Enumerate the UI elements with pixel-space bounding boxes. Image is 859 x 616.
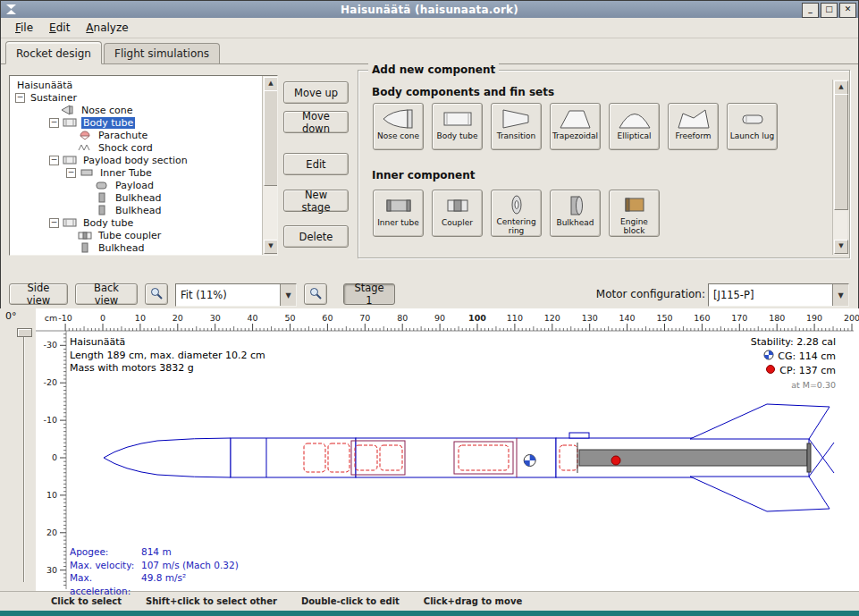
tree-item-tube-coupler[interactable]: Tube coupler bbox=[10, 229, 263, 241]
add-launch-lug-button[interactable]: Launch lug bbox=[727, 103, 778, 150]
add-engine-block-button[interactable]: Engine block bbox=[609, 190, 660, 237]
add-nose-cone-button[interactable]: Nose cone bbox=[373, 103, 424, 150]
magnifier-icon bbox=[308, 286, 323, 303]
chevron-down-icon[interactable]: ▼ bbox=[280, 284, 296, 306]
tree-item-sustainer[interactable]: −Sustainer bbox=[10, 91, 263, 104]
scroll-down-icon[interactable]: ▼ bbox=[264, 240, 278, 254]
add-inner-tube-button[interactable]: Inner tube bbox=[373, 190, 424, 237]
tree-item-bulkhead[interactable]: Bulkhead bbox=[10, 191, 263, 204]
tree-scrollbar-thumb[interactable] bbox=[264, 90, 278, 186]
rotation-slider-track[interactable] bbox=[23, 330, 25, 582]
new-stage-button[interactable]: New stage bbox=[283, 190, 349, 212]
svg-text:10: 10 bbox=[135, 313, 146, 323]
title-bar[interactable]: Haisunäätä (haisunaata.ork) _ □ ✕ bbox=[1, 1, 858, 18]
add-trapezoidal-button[interactable]: Trapezoidal bbox=[550, 103, 601, 150]
svg-text:30: 30 bbox=[46, 565, 57, 575]
tree-expander-icon[interactable]: − bbox=[15, 93, 25, 103]
window-resize-edge[interactable] bbox=[0, 611, 859, 616]
transition-icon bbox=[499, 106, 535, 131]
svg-text:30: 30 bbox=[210, 313, 221, 323]
tree-item-nose-cone[interactable]: Nose cone bbox=[10, 104, 263, 116]
add-coupler-button[interactable]: Coupler bbox=[432, 190, 483, 237]
svg-text:160: 160 bbox=[694, 313, 710, 323]
side-view-button[interactable]: Side view bbox=[9, 283, 68, 305]
svg-text:140: 140 bbox=[619, 313, 636, 323]
palette-row-0: Nose coneBody tubeTransitionTrapezoidalE… bbox=[373, 103, 778, 150]
move-down-button[interactable]: Move down bbox=[283, 111, 349, 133]
svg-text:190: 190 bbox=[806, 313, 822, 323]
tree-expander-icon[interactable]: − bbox=[49, 156, 59, 165]
move-up-button[interactable]: Move up bbox=[283, 81, 349, 104]
rocket-name: Haisunäätä bbox=[70, 336, 265, 350]
tab-flight-simulations[interactable]: Flight simulations bbox=[104, 43, 220, 63]
motor-configuration-combo[interactable]: [J115-P] ▼ bbox=[708, 283, 849, 307]
add-body-tube-button[interactable]: Body tube bbox=[432, 103, 483, 150]
bulkhead-icon bbox=[558, 193, 594, 217]
tree-item-label: Bulkhead bbox=[114, 205, 163, 216]
chevron-down-icon[interactable]: ▼ bbox=[832, 284, 848, 306]
nosecone-icon bbox=[61, 105, 77, 115]
coupler-icon bbox=[78, 230, 94, 240]
bulkhead-icon bbox=[95, 192, 111, 203]
palette-scrollbar[interactable]: ▲ ▼ bbox=[832, 80, 847, 255]
tree-item-label: Bulkhead bbox=[97, 242, 146, 254]
scroll-up-icon[interactable]: ▲ bbox=[834, 80, 848, 95]
tree-item-inner-tube[interactable]: −Inner Tube bbox=[10, 166, 263, 179]
flight-stat-value: 814 m bbox=[141, 545, 239, 559]
tree-item-body-tube[interactable]: −Body tube bbox=[10, 116, 263, 129]
tree-item-haisun-t-[interactable]: Haisunäätä bbox=[10, 79, 263, 91]
add-freeform-button[interactable]: Freeform bbox=[668, 103, 719, 150]
zoom-in-button[interactable] bbox=[145, 283, 168, 305]
bodytube-icon bbox=[440, 106, 476, 131]
zoom-level-value: Fit (11%) bbox=[176, 289, 280, 301]
tree-scrollbar[interactable]: ▲ ▼ bbox=[262, 76, 277, 255]
svg-text:-10: -10 bbox=[58, 313, 72, 323]
stage-1-toggle[interactable]: Stage 1 bbox=[343, 283, 395, 305]
zoom-level-combo[interactable]: Fit (11%) ▼ bbox=[175, 283, 297, 307]
centering-icon bbox=[499, 193, 535, 216]
launchlug-icon bbox=[735, 106, 771, 131]
tree-expander-icon[interactable]: − bbox=[49, 118, 59, 128]
add-bulkhead-button[interactable]: Bulkhead bbox=[550, 190, 601, 237]
palette-scrollbar-thumb[interactable] bbox=[834, 94, 848, 210]
tree-item-shock-cord[interactable]: Shock cord bbox=[10, 141, 263, 154]
inner-component-label: Inner component bbox=[372, 169, 475, 181]
tree-item-payload[interactable]: Payload bbox=[10, 179, 263, 191]
zoom-fit-button[interactable] bbox=[304, 283, 327, 305]
menu-file[interactable]: File bbox=[8, 20, 40, 36]
delete-button[interactable]: Delete bbox=[283, 225, 349, 248]
svg-text:70: 70 bbox=[359, 313, 370, 323]
tree-expander-icon[interactable]: − bbox=[49, 218, 59, 228]
coupler-icon bbox=[440, 193, 476, 217]
svg-text:-10: -10 bbox=[43, 415, 57, 425]
tree-item-parachute[interactable]: Parachute bbox=[10, 129, 263, 141]
edit-button[interactable]: Edit bbox=[283, 153, 349, 175]
maximize-button[interactable]: □ bbox=[821, 3, 838, 18]
add-centering-ring-button[interactable]: Centering ring bbox=[491, 190, 542, 237]
tree-item-body-tube[interactable]: −Body tube bbox=[10, 216, 263, 229]
add-transition-button[interactable]: Transition bbox=[491, 103, 542, 150]
tree-item-bulkhead[interactable]: Bulkhead bbox=[10, 204, 263, 216]
menu-edit[interactable]: Edit bbox=[42, 20, 77, 36]
body-components-label: Body components and fin sets bbox=[372, 86, 554, 98]
close-button[interactable]: ✕ bbox=[839, 3, 856, 18]
innertube-icon bbox=[381, 193, 417, 217]
nosecone-icon bbox=[381, 106, 417, 131]
menu-bar: FileEditAnalyze bbox=[1, 18, 858, 38]
tree-item-bulkhead[interactable]: Bulkhead bbox=[10, 241, 263, 254]
component-tree[interactable]: Haisunäätä−SustainerNose cone−Body tubeP… bbox=[10, 76, 263, 255]
freeform-icon bbox=[676, 106, 712, 131]
menu-analyze[interactable]: Analyze bbox=[79, 20, 135, 36]
rotation-slider-knob[interactable] bbox=[17, 328, 32, 337]
magnifier-icon bbox=[149, 286, 164, 303]
scroll-down-icon[interactable]: ▼ bbox=[834, 240, 848, 254]
tab-rocket-design[interactable]: Rocket design bbox=[5, 41, 102, 64]
tree-item-payload-body-section[interactable]: −Payload body section bbox=[10, 154, 263, 166]
mach-note: at M=0.30 bbox=[751, 379, 836, 392]
scroll-up-icon[interactable]: ▲ bbox=[264, 77, 278, 91]
minimize-button[interactable]: _ bbox=[802, 3, 819, 18]
status-hint: Click+drag to move bbox=[424, 596, 522, 606]
back-view-button[interactable]: Back view bbox=[75, 283, 138, 305]
add-elliptical-button[interactable]: Elliptical bbox=[609, 103, 660, 150]
tree-expander-icon[interactable]: − bbox=[66, 168, 76, 178]
